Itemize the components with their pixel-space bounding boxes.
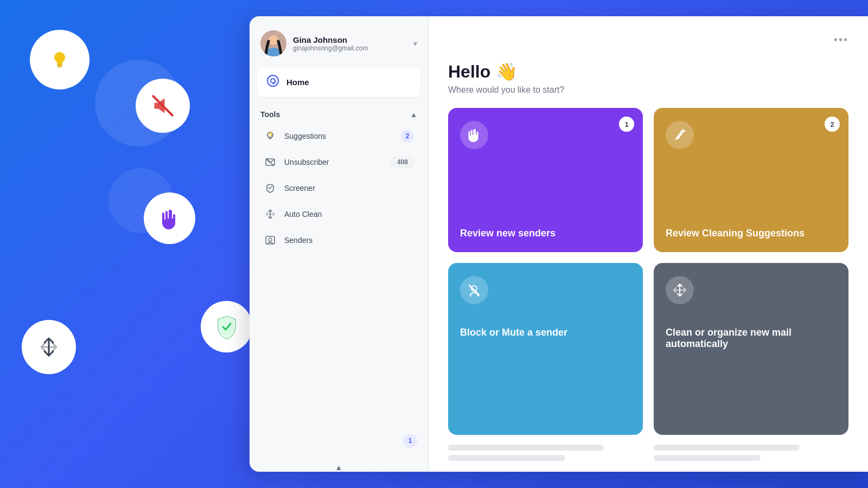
tools-section: Tools ▲ Suggestions 2 (250, 101, 428, 258)
avatar-image (260, 30, 286, 56)
user-chevron-icon[interactable]: ▾ (413, 39, 417, 48)
user-name: Gina Johnson (293, 35, 407, 44)
autoclean-icon (264, 208, 277, 221)
nav-item-screener[interactable]: Screener (260, 175, 417, 201)
senders-icon (264, 234, 277, 247)
card-icon-wrap-3 (460, 276, 488, 304)
svg-rect-13 (266, 236, 275, 244)
card-badge-2: 2 (825, 117, 840, 132)
skeleton-line (654, 445, 800, 451)
skeleton-line (448, 445, 604, 451)
screener-icon (264, 182, 277, 195)
card-badge-1: 1 (619, 117, 634, 132)
main-content: ••• Hello 👋 Where would you like to star… (429, 16, 868, 472)
card-title-1: Review new senders (460, 228, 631, 239)
main-header: ••• (429, 16, 868, 46)
avatar (260, 30, 286, 56)
unsubscriber-icon (264, 156, 277, 169)
blocked-megaphone-circle (136, 79, 190, 133)
card-icon-wrap-1 (460, 121, 488, 149)
auto-mail-icon (36, 334, 62, 360)
unsubscriber-label: Unsubscriber (284, 158, 384, 166)
card-review-senders[interactable]: 1 Review new senders (448, 108, 643, 252)
skeleton-line (448, 455, 565, 461)
at-symbol-icon (267, 75, 279, 87)
tools-label: Tools (260, 110, 280, 119)
hand-stop-icon (467, 128, 481, 142)
shield-check-circle (201, 301, 252, 352)
home-at-icon (267, 75, 279, 89)
broom-icon (673, 128, 687, 142)
greeting-subtitle: Where would you like to start? (448, 85, 848, 95)
svg-point-7 (267, 75, 278, 86)
card-icon-wrap-4 (666, 276, 694, 304)
greeting-title: Hello 👋 (448, 61, 848, 82)
nav-item-senders[interactable]: Senders (260, 227, 417, 253)
skeleton-line (654, 455, 761, 461)
nav-home[interactable]: Home (257, 67, 420, 97)
stop-hand-circle (144, 192, 195, 244)
shield-check-icon (214, 314, 240, 340)
auto-mail-circle (22, 320, 76, 374)
card-title-4: Clean or organize new mail automatically (666, 327, 837, 350)
svg-point-10 (270, 137, 271, 138)
home-label: Home (286, 78, 309, 87)
block-icon (467, 283, 481, 297)
svg-point-5 (269, 35, 278, 45)
svg-line-12 (266, 158, 274, 166)
svg-rect-2 (58, 66, 62, 67)
svg-rect-1 (57, 65, 62, 66)
screener-label: Screener (284, 184, 414, 192)
stop-hand-icon (157, 206, 183, 232)
bulb-circle (30, 30, 90, 89)
skeleton-left (448, 445, 643, 461)
svg-point-14 (269, 238, 272, 241)
organize-arrows-icon (673, 283, 687, 297)
unsubscriber-badge: 408 (391, 157, 414, 168)
card-block-mute[interactable]: Block or Mute a sender (448, 263, 643, 435)
tools-header: Tools ▲ (260, 110, 417, 119)
sidebar: Gina Johnson ginajohnsong@gmail.com ▾ Ho… (250, 16, 429, 472)
user-profile[interactable]: Gina Johnson ginajohnsong@gmail.com ▾ (250, 16, 428, 67)
user-email: ginajohnsong@gmail.com (293, 44, 407, 52)
suggestions-icon (264, 130, 277, 143)
svg-point-15 (676, 138, 678, 139)
card-icon-wrap-2 (666, 121, 694, 149)
card-cleaning-suggestions[interactable]: 2 Review Cleaning Suggestions (654, 108, 848, 252)
lightbulb-icon (48, 48, 72, 72)
suggestions-badge: 2 (401, 130, 414, 143)
svg-point-16 (675, 139, 676, 140)
blocked-megaphone-icon (149, 92, 176, 119)
sidebar-collapse-bottom[interactable]: ▲ (250, 459, 428, 472)
autoclean-label: Auto Clean (284, 210, 414, 219)
app-window: Gina Johnson ginajohnsong@gmail.com ▾ Ho… (250, 16, 868, 472)
greeting-section: Hello 👋 Where would you like to start? (429, 46, 868, 108)
skeleton-section (429, 435, 868, 472)
tools-collapse-icon[interactable]: ▲ (410, 111, 417, 119)
card-title-3: Block or Mute a sender (460, 327, 631, 338)
nav-item-suggestions[interactable]: Suggestions 2 (260, 123, 417, 149)
skeleton-right (654, 445, 848, 461)
more-options-button[interactable]: ••• (834, 34, 848, 46)
user-info: Gina Johnson ginajohnsong@gmail.com (293, 35, 407, 52)
card-title-2: Review Cleaning Suggestions (666, 228, 837, 239)
bottom-badge: 1 (403, 434, 417, 448)
senders-label: Senders (284, 236, 414, 245)
cards-grid: 1 Review new senders 2 Review Cleaning S… (429, 108, 868, 435)
suggestions-label: Suggestions (284, 132, 393, 140)
nav-item-autoclean[interactable]: Auto Clean (260, 201, 417, 227)
background-illustration (0, 0, 260, 488)
card-auto-clean[interactable]: Clean or organize new mail automatically (654, 263, 848, 435)
sidebar-bottom: 1 (250, 428, 428, 459)
nav-item-unsubscriber[interactable]: Unsubscriber 408 (260, 149, 417, 175)
